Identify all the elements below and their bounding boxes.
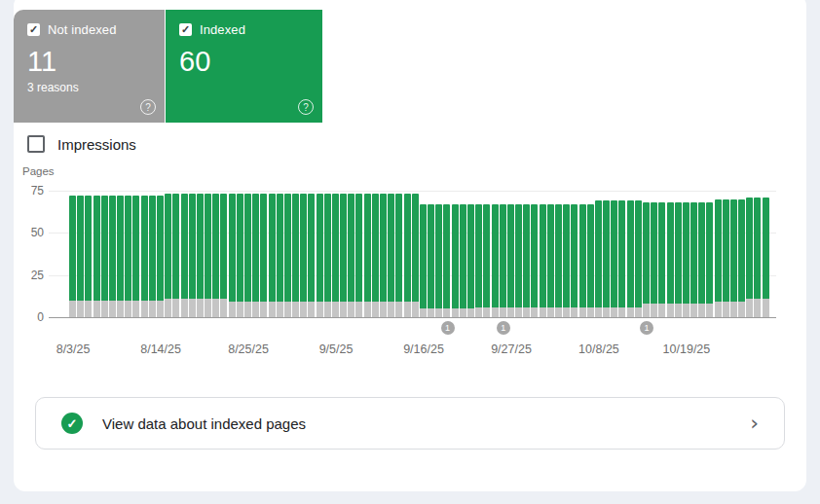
bar-not-indexed[interactable] — [587, 307, 594, 317]
bar-not-indexed[interactable] — [172, 299, 179, 317]
bar-indexed[interactable] — [658, 202, 665, 304]
bar-not-indexed[interactable] — [651, 304, 657, 317]
bar-indexed[interactable] — [690, 202, 697, 304]
bar-not-indexed[interactable] — [269, 302, 276, 317]
bar-indexed[interactable] — [109, 196, 116, 300]
bar-indexed[interactable] — [172, 194, 179, 298]
help-icon[interactable]: ? — [298, 99, 314, 115]
bar-not-indexed[interactable] — [563, 307, 570, 317]
bar-not-indexed[interactable] — [324, 302, 331, 317]
bar-indexed[interactable] — [611, 200, 617, 306]
bar-not-indexed[interactable] — [443, 308, 450, 317]
bar-indexed[interactable] — [117, 196, 124, 300]
event-marker[interactable]: 1 — [640, 321, 653, 335]
bar-indexed[interactable] — [618, 200, 625, 306]
bar-indexed[interactable] — [523, 204, 530, 307]
bar-indexed[interactable] — [388, 194, 394, 302]
bar-indexed[interactable] — [595, 200, 602, 306]
bar-indexed[interactable] — [308, 194, 315, 302]
bar-indexed[interactable] — [380, 194, 387, 302]
bar-indexed[interactable] — [372, 194, 379, 302]
bar-indexed[interactable] — [101, 196, 108, 300]
bar-indexed[interactable] — [738, 199, 745, 303]
bar-not-indexed[interactable] — [492, 307, 499, 317]
bar-not-indexed[interactable] — [754, 299, 761, 317]
bar-indexed[interactable] — [252, 194, 259, 302]
bar-not-indexed[interactable] — [763, 299, 769, 317]
bar-not-indexed[interactable] — [244, 302, 251, 317]
bar-indexed[interactable] — [269, 194, 276, 302]
bar-not-indexed[interactable] — [348, 302, 354, 317]
bar-not-indexed[interactable] — [229, 302, 236, 317]
bar-not-indexed[interactable] — [698, 304, 705, 317]
bar-indexed[interactable] — [483, 204, 490, 307]
bar-indexed[interactable] — [292, 194, 299, 302]
bar-indexed[interactable] — [132, 196, 139, 300]
bar-indexed[interactable] — [435, 204, 442, 308]
bar-not-indexed[interactable] — [332, 302, 339, 317]
bar-not-indexed[interactable] — [706, 304, 713, 317]
bar-indexed[interactable] — [452, 204, 459, 308]
bar-not-indexed[interactable] — [412, 302, 419, 317]
bar-indexed[interactable] — [181, 194, 188, 298]
bar-not-indexed[interactable] — [317, 302, 323, 317]
bar-indexed[interactable] — [324, 194, 331, 302]
bar-not-indexed[interactable] — [404, 302, 411, 317]
bar-not-indexed[interactable] — [308, 302, 315, 317]
bar-indexed[interactable] — [93, 196, 100, 300]
bar-not-indexed[interactable] — [284, 302, 291, 317]
bar-not-indexed[interactable] — [197, 299, 204, 317]
help-icon[interactable]: ? — [140, 99, 156, 115]
bar-not-indexed[interactable] — [141, 301, 148, 317]
bar-not-indexed[interactable] — [555, 307, 562, 317]
bar-not-indexed[interactable] — [595, 307, 602, 317]
bar-not-indexed[interactable] — [237, 302, 243, 317]
bar-not-indexed[interactable] — [460, 308, 466, 317]
bar-not-indexed[interactable] — [746, 299, 753, 317]
bar-not-indexed[interactable] — [618, 307, 625, 317]
bar-not-indexed[interactable] — [395, 302, 402, 317]
bar-indexed[interactable] — [300, 194, 307, 302]
bar-not-indexed[interactable] — [467, 308, 474, 317]
bar-indexed[interactable] — [563, 204, 570, 307]
bar-not-indexed[interactable] — [420, 308, 427, 317]
bar-indexed[interactable] — [348, 194, 354, 302]
bar-indexed[interactable] — [643, 202, 650, 304]
bar-indexed[interactable] — [69, 196, 76, 300]
bar-not-indexed[interactable] — [212, 299, 219, 317]
bar-indexed[interactable] — [698, 202, 705, 304]
bar-not-indexed[interactable] — [579, 307, 586, 317]
bar-indexed[interactable] — [746, 198, 753, 299]
summary-card-indexed[interactable]: ✓ Indexed 60 ? — [166, 10, 322, 123]
bar-indexed[interactable] — [667, 202, 674, 304]
bar-indexed[interactable] — [412, 194, 419, 302]
bar-indexed[interactable] — [723, 199, 729, 303]
bar-not-indexed[interactable] — [667, 304, 674, 317]
bar-not-indexed[interactable] — [715, 302, 722, 317]
bar-indexed[interactable] — [515, 204, 522, 307]
bar-indexed[interactable] — [420, 204, 427, 308]
bar-indexed[interactable] — [395, 194, 402, 302]
bar-indexed[interactable] — [428, 204, 434, 308]
bar-indexed[interactable] — [77, 196, 84, 300]
bar-indexed[interactable] — [197, 194, 204, 298]
bar-indexed[interactable] — [587, 204, 594, 307]
bar-indexed[interactable] — [149, 196, 156, 300]
bar-not-indexed[interactable] — [101, 301, 108, 317]
bar-indexed[interactable] — [189, 194, 196, 298]
bar-indexed[interactable] — [212, 194, 219, 298]
bar-indexed[interactable] — [683, 202, 690, 304]
bar-not-indexed[interactable] — [658, 304, 665, 317]
bar-not-indexed[interactable] — [690, 304, 697, 317]
bar-not-indexed[interactable] — [181, 299, 188, 317]
bar-indexed[interactable] — [317, 194, 323, 302]
bar-not-indexed[interactable] — [435, 308, 442, 317]
bar-not-indexed[interactable] — [85, 301, 92, 317]
bar-indexed[interactable] — [260, 194, 267, 302]
bar-indexed[interactable] — [500, 204, 506, 307]
bar-not-indexed[interactable] — [500, 307, 506, 317]
bar-not-indexed[interactable] — [93, 301, 100, 317]
bar-not-indexed[interactable] — [643, 304, 650, 317]
bar-not-indexed[interactable] — [109, 301, 116, 317]
not-indexed-checkbox[interactable]: ✓ — [27, 23, 40, 36]
